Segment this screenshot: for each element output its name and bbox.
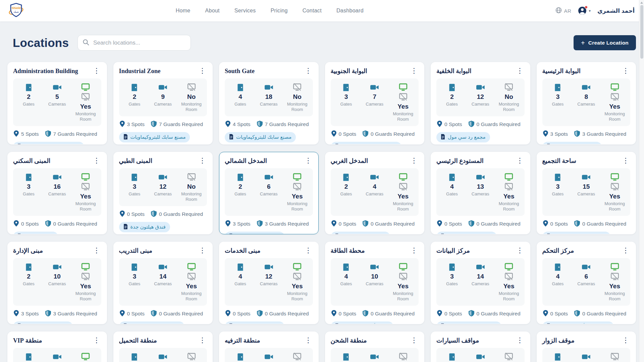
location-card[interactable]: مركز التحكم ⋮ 4 Gates <box>537 242 636 324</box>
monitor-on-icon <box>81 262 90 271</box>
kebab-menu-icon[interactable]: ⋮ <box>410 246 419 254</box>
site-tag[interactable]: مصنع سابك للبتروكيماويات <box>225 132 296 142</box>
kebab-menu-icon[interactable]: ⋮ <box>304 67 313 74</box>
site-tag-label: مجمع الراشد التجاري <box>24 323 68 324</box>
kebab-menu-icon[interactable]: ⋮ <box>92 336 101 344</box>
site-tag[interactable]: فندق هيلتون جدة <box>119 222 170 232</box>
shield-logo-icon: Shield شيلد <box>8 2 24 19</box>
site-tag[interactable]: مجمع الراشد التجاري <box>542 142 602 144</box>
site-tag[interactable]: مجمع الراشد التجاري <box>225 321 284 324</box>
search-input[interactable] <box>93 39 186 47</box>
kebab-menu-icon[interactable]: ⋮ <box>516 157 525 164</box>
site-tag-label: مستشفى الحبيب الطبي <box>130 323 180 324</box>
nav-item-contact[interactable]: Contact <box>303 8 322 14</box>
monitoring-stat: Yes Monitoring Room <box>495 262 523 302</box>
site-tag[interactable]: مصنع سابك للبتروكيماويات <box>13 142 84 144</box>
nav-item-pricing[interactable]: Pricing <box>271 8 288 14</box>
site-tag[interactable]: مستشفى المملكة الخاص <box>542 232 610 234</box>
cameras-stat: 12 Cameras <box>360 352 389 362</box>
site-tag[interactable]: مجمع الراشد التجاري <box>331 232 390 234</box>
kebab-menu-icon[interactable]: ⋮ <box>621 157 630 164</box>
location-card[interactable]: مواقف السيارات ⋮ 2 Gates <box>431 331 530 362</box>
monitoring-value: Yes <box>80 193 91 200</box>
location-title: محطة الطاقة <box>331 247 365 254</box>
shield-icon <box>363 220 368 228</box>
location-card[interactable]: Administration Building ⋮ 2 Gates <box>7 62 107 144</box>
location-card[interactable]: مركز البيانات ⋮ 3 Gates <box>431 242 530 324</box>
kebab-menu-icon[interactable]: ⋮ <box>621 246 630 254</box>
site-tag[interactable]: فندق الفيصلية <box>13 232 58 234</box>
site-tag[interactable]: مطار الملك خالد الدولي <box>436 321 501 324</box>
gates-label: Gates <box>129 191 141 197</box>
site-tag[interactable]: مجمع الراشد التجاري <box>225 232 284 234</box>
location-card[interactable]: المبنى السكني ⋮ 3 Gates <box>7 152 107 234</box>
nav-item-dashboard[interactable]: Dashboard <box>336 8 364 14</box>
kebab-menu-icon[interactable]: ⋮ <box>516 246 525 254</box>
site-tag[interactable]: مجمع الراشد التجاري <box>13 321 73 324</box>
monitor-on-icon <box>399 173 408 181</box>
kebab-menu-icon[interactable]: ⋮ <box>410 336 419 344</box>
user-menu[interactable]: ▾ <box>578 6 591 15</box>
monitoring-label: Monitoring Room <box>495 291 523 302</box>
brand-logo[interactable]: Shield شيلد <box>8 2 24 19</box>
location-card[interactable]: ساحة التجميع ⋮ 3 Gates <box>537 152 636 234</box>
kebab-menu-icon[interactable]: ⋮ <box>198 246 207 254</box>
kebab-menu-icon[interactable]: ⋮ <box>198 67 207 74</box>
kebab-menu-icon[interactable]: ⋮ <box>621 336 630 344</box>
vertical-scrollbar[interactable] <box>639 0 644 362</box>
location-card[interactable]: البوابة الجنوبية ⋮ 3 Gates <box>325 62 425 144</box>
language-switch[interactable]: AR <box>555 7 572 15</box>
kebab-menu-icon[interactable]: ⋮ <box>516 336 525 344</box>
nav-item-services[interactable]: Services <box>234 8 256 14</box>
scrollbar-up-arrow[interactable] <box>640 2 643 4</box>
monitor-off-icon <box>610 272 619 281</box>
location-card[interactable]: مبنى الإدارة ⋮ 2 Gates <box>7 242 107 324</box>
site-tag[interactable]: مستشفى الحبيب الطبي <box>119 321 184 324</box>
guards-text: 7 Guards Required <box>53 131 97 137</box>
location-card[interactable]: البوابة الخلفية ⋮ 2 Gates <box>431 62 530 144</box>
nav-item-home[interactable]: Home <box>176 8 191 14</box>
location-card[interactable]: مبنى التدريب ⋮ 3 Gates <box>113 242 213 324</box>
document-icon <box>229 134 233 140</box>
kebab-menu-icon[interactable]: ⋮ <box>304 157 313 164</box>
notification-dot <box>585 6 588 9</box>
cameras-label: Cameras <box>154 191 172 197</box>
site-tag[interactable]: شركة أرامكو السعودية <box>331 321 393 324</box>
kebab-menu-icon[interactable]: ⋮ <box>198 157 207 164</box>
location-card[interactable]: منطقة الترفيه ⋮ 4 Gates <box>219 331 319 362</box>
kebab-menu-icon[interactable]: ⋮ <box>304 336 313 344</box>
site-tag[interactable]: مجمع الرياض التجاري <box>436 232 497 234</box>
location-card[interactable]: المدخل الشمالي ⋮ 2 Gates <box>219 152 319 234</box>
location-card[interactable]: منطقة الشحن ⋮ 4 Gates <box>325 331 425 362</box>
kebab-menu-icon[interactable]: ⋮ <box>92 157 101 164</box>
create-location-button[interactable]: + Create Location <box>574 35 636 50</box>
site-tag[interactable]: مجمع رد سي مول <box>436 132 490 142</box>
site-tag[interactable]: مصنع سابك للبتروكيماويات <box>331 142 402 144</box>
location-card[interactable]: موقف الزوار ⋮ 4 Gates <box>537 331 636 362</box>
location-card[interactable]: المبنى الطبي ⋮ 3 Gates <box>113 152 213 234</box>
location-card[interactable]: المدخل الغربي ⋮ 2 Gates <box>325 152 425 234</box>
location-card[interactable]: البوابة الرئيسية ⋮ 3 Gates <box>537 62 636 144</box>
nav-item-about[interactable]: About <box>205 8 220 14</box>
kebab-menu-icon[interactable]: ⋮ <box>198 336 207 344</box>
document-icon <box>17 234 22 234</box>
site-tag[interactable]: مصنع سابك للبتروكيماويات <box>119 132 190 142</box>
location-card[interactable]: المستودع الرئيسي ⋮ 4 Gates <box>431 152 530 234</box>
location-card[interactable]: منطقة التحميل ⋮ 4 Gates <box>113 331 213 362</box>
location-card[interactable]: مبنى الخدمات ⋮ 4 Gates <box>219 242 319 324</box>
kebab-menu-icon[interactable]: ⋮ <box>304 246 313 254</box>
spots-info: 0 Spots <box>331 130 357 138</box>
kebab-menu-icon[interactable]: ⋮ <box>410 157 419 164</box>
scrollbar-thumb[interactable] <box>640 5 643 59</box>
kebab-menu-icon[interactable]: ⋮ <box>621 67 630 74</box>
location-card[interactable]: Industrial Zone ⋮ 2 Gates <box>113 62 213 144</box>
kebab-menu-icon[interactable]: ⋮ <box>92 246 101 254</box>
kebab-menu-icon[interactable]: ⋮ <box>92 67 101 74</box>
kebab-menu-icon[interactable]: ⋮ <box>410 67 419 74</box>
kebab-menu-icon[interactable]: ⋮ <box>516 67 525 74</box>
site-tag[interactable]: مستشفى الأطباء المتحدون <box>542 321 614 324</box>
gates-stat: 2 Gates <box>438 352 466 362</box>
location-card[interactable]: South Gate ⋮ 4 Gates <box>219 62 319 144</box>
location-card[interactable]: محطة الطاقة ⋮ 4 Gates <box>325 242 425 324</box>
location-card[interactable]: منطقة VIP ⋮ 4 Gates <box>7 331 107 362</box>
